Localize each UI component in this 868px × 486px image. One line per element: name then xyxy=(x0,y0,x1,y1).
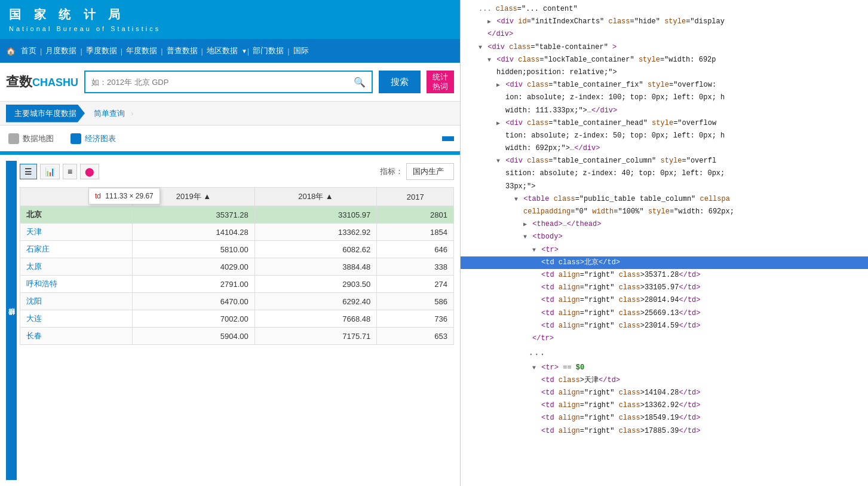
table-row[interactable]: 大连7002.007668.48736 xyxy=(20,310,454,328)
nav-quarterly[interactable]: 季度数据 xyxy=(82,45,121,56)
breadcrumb-main[interactable]: 主要城市年度数据 xyxy=(6,105,85,123)
search-button[interactable]: 搜索 xyxy=(379,71,421,93)
nav-monthly[interactable]: 月度数据 xyxy=(42,45,80,56)
devtools-line: <td align="right" class>18549.19</td> xyxy=(461,412,868,424)
devtools-line: <table class="public_table table_column"… xyxy=(461,193,868,206)
nav-home[interactable]: 首页 xyxy=(17,45,40,56)
city-cell: 长春 xyxy=(20,328,133,345)
search-icon-button[interactable]: 🔍 xyxy=(348,72,372,92)
second-nav: 数据地图 经济图表 xyxy=(0,126,460,152)
devtools-line: <div class="table_container_head" style=… xyxy=(461,117,868,130)
city-cell: 天津 xyxy=(20,224,133,241)
devtools-line: <td align="right" class>13362.92</td> xyxy=(461,399,868,412)
table-row[interactable]: 石家庄5810.006082.62646 xyxy=(20,241,454,258)
value-2017: 646 xyxy=(377,241,454,258)
search-box: 🔍 xyxy=(84,71,373,93)
devtools-highlighted-line[interactable]: <td class>北京</td> xyxy=(461,256,868,269)
devtools-line: cellpadding="0" width="100%" style="widt… xyxy=(461,206,868,218)
city-cell: 石家庄 xyxy=(20,241,133,258)
value-2018: 6292.40 xyxy=(254,293,377,310)
table-view-btn[interactable]: ☰ xyxy=(20,164,37,179)
value-2018: 7668.48 xyxy=(254,310,377,328)
devtools-line: <td align="right" class>33105.97</td> xyxy=(461,282,868,294)
devtools-line: tion: absolute; z-index: 50; top: 0px; l… xyxy=(461,130,868,142)
left-panel: 国 家 统 计 局 National Bureau of Statistics … xyxy=(0,0,460,486)
devtools-dots: ... xyxy=(461,345,868,362)
devtools-line: <td align="right" class>17885.39</td> xyxy=(461,425,868,438)
devtools-panel: ... class="... content" <div id="initInd… xyxy=(460,0,868,486)
breadcrumb-bar: 主要城市年度数据 简单查询 › xyxy=(0,102,460,126)
city-cell: 太原 xyxy=(20,258,133,276)
devtools-line: </div> xyxy=(461,28,868,41)
value-2019: 5810.00 xyxy=(133,241,255,258)
table-row[interactable]: 长春5904.007175.71653 xyxy=(20,328,454,345)
sidebar-indicator: 经济指标 xyxy=(6,161,17,480)
value-2019: 6470.00 xyxy=(133,293,255,310)
chashu-bar: 查数CHASHU 🔍 搜索 统计 热词 xyxy=(0,63,460,102)
table-row[interactable]: 呼和浩特2791.002903.50274 xyxy=(20,276,454,293)
map-icon xyxy=(8,133,19,144)
city-cell: 沈阳 xyxy=(20,293,133,310)
devtools-line: hidden;position: relative;"> xyxy=(461,66,868,79)
city-cell: 北京 xyxy=(20,206,133,224)
table-row[interactable]: 沈阳6470.006292.40586 xyxy=(20,293,454,310)
value-2017: 736 xyxy=(377,310,454,328)
value-2019: 14104.28 xyxy=(133,224,255,241)
color-view-btn[interactable]: ⬤ xyxy=(80,164,99,179)
devtools-line: width: 692px;">…</div> xyxy=(461,142,868,155)
devtools-line: <div id="initIndexCharts" class="hide" s… xyxy=(461,16,868,28)
nav-dept[interactable]: 部门数据 xyxy=(249,45,287,56)
col-2017[interactable]: 2017 xyxy=(377,188,454,206)
table-row[interactable]: 太原4029.003884.48338 xyxy=(20,258,454,276)
devtools-line: <td align="right" class>23014.59</td> xyxy=(461,320,868,332)
nav-annual[interactable]: 年度数据 xyxy=(122,45,161,56)
city-cell: 大连 xyxy=(20,310,133,328)
col-2018[interactable]: 2018年 ▲ xyxy=(254,188,377,206)
breadcrumb-sub[interactable]: 简单查询 xyxy=(88,105,131,123)
nav-census[interactable]: 普查数据 xyxy=(163,45,201,56)
nav-intl[interactable]: 国际 xyxy=(290,45,312,56)
devtools-line: <div class="table-container" > xyxy=(461,41,868,54)
devtools-line: ... class="... content" xyxy=(461,3,868,16)
nav-data-map[interactable]: 数据地图 xyxy=(6,129,56,149)
chart-icon xyxy=(70,133,81,144)
value-2017: 274 xyxy=(377,276,454,293)
value-2019: 7002.00 xyxy=(133,310,255,328)
devtools-line: <tbody> xyxy=(461,231,868,243)
data-table: 2019年 ▲ 2018年 ▲ 2017 北京35371.2833105.972… xyxy=(20,187,454,345)
devtools-line: <td class>天津</td> xyxy=(461,374,868,387)
devtools-tr-marker[interactable]: <tr> == $0 xyxy=(461,362,868,374)
value-2017: 338 xyxy=(377,258,454,276)
value-2017: 586 xyxy=(377,293,454,310)
table-area: 经济指标 ☰ 📊 ≡ ⬤ 指标： 国内生产 td 111.33 × 29.67 xyxy=(0,155,460,486)
devtools-line: <td align="right" class>25669.13</td> xyxy=(461,307,868,320)
table-toolbar: ☰ 📊 ≡ ⬤ 指标： 国内生产 xyxy=(20,161,454,182)
action-button[interactable] xyxy=(442,136,454,141)
value-2018: 3884.48 xyxy=(254,258,377,276)
list-view-btn[interactable]: ≡ xyxy=(63,164,77,179)
devtools-line: <td align="right" class>28014.94</td> xyxy=(461,294,868,307)
nbs-header: 国 家 统 计 局 National Bureau of Statistics xyxy=(0,0,460,39)
toolbar-indicator-value: 国内生产 xyxy=(406,163,454,180)
devtools-line: <div class="table_container_column" styl… xyxy=(461,155,868,167)
hot-topics-button[interactable]: 统计 热词 xyxy=(427,71,454,93)
chart-view-btn[interactable]: 📊 xyxy=(40,164,60,179)
devtools-line: 33px;"> xyxy=(461,181,868,193)
value-2018: 6082.62 xyxy=(254,241,377,258)
td-tooltip: td 111.33 × 29.67 xyxy=(88,188,160,204)
table-row[interactable]: 天津14104.2813362.921854 xyxy=(20,224,454,241)
home-icon: 🏠 xyxy=(6,47,16,56)
city-cell: 呼和浩特 xyxy=(20,276,133,293)
value-2019: 5904.00 xyxy=(133,328,255,345)
value-2018: 13362.92 xyxy=(254,224,377,241)
devtools-line: <thead>…</thead> xyxy=(461,218,868,231)
devtools-line: <tr> xyxy=(461,244,868,256)
devtools-line: ion: absolute; z-index: 100; top: 0px; l… xyxy=(461,91,868,104)
nbs-logo: 国 家 统 计 局 National Bureau of Statistics xyxy=(9,5,161,35)
table-row[interactable]: 北京35371.2833105.972801 xyxy=(20,206,454,224)
nav-regional[interactable]: 地区数据 xyxy=(203,45,241,56)
nav-economic-chart[interactable]: 经济图表 xyxy=(68,129,118,149)
value-2017: 2801 xyxy=(377,206,454,224)
search-input[interactable] xyxy=(85,72,348,92)
value-2019: 2791.00 xyxy=(133,276,255,293)
